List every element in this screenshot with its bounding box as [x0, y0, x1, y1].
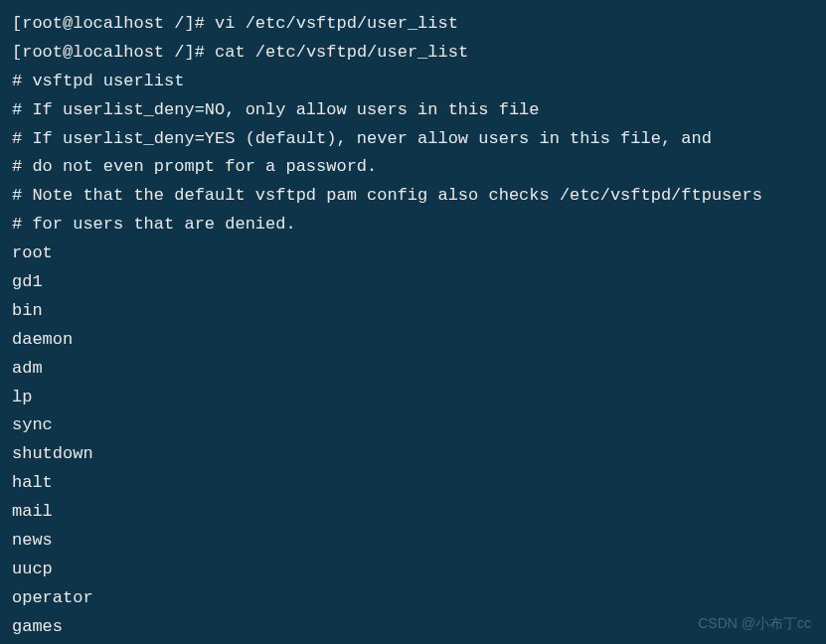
prompt-host: localhost: [73, 43, 164, 62]
prompt-host: localhost: [73, 14, 164, 33]
file-comment: # vsftpd userlist: [12, 68, 814, 96]
command-line-2: [root@localhost /]# cat /etc/vsftpd/user…: [12, 39, 814, 68]
user-entry: uucp: [12, 556, 814, 584]
user-entry: lp: [12, 384, 814, 412]
prompt-close-bracket: ]: [184, 43, 194, 62]
prompt-user: root: [22, 43, 63, 62]
file-comment: # If userlist_deny=YES (default), never …: [12, 125, 814, 154]
command-text: vi /etc/vsftpd/user_list: [215, 14, 458, 33]
watermark-text: CSDN @小布丁cc: [698, 612, 811, 636]
user-entry: operator: [12, 584, 814, 613]
terminal-output: [root@localhost /]# vi /etc/vsftpd/user_…: [12, 10, 814, 644]
file-comment: # for users that are denied.: [12, 211, 814, 240]
prompt-at: @: [63, 14, 73, 33]
user-entry: sync: [12, 411, 814, 440]
prompt-path: /: [174, 14, 184, 33]
file-comment: # do not even prompt for a password.: [12, 153, 814, 182]
user-entry: shutdown: [12, 440, 814, 469]
prompt-at: @: [63, 43, 73, 62]
user-entry: halt: [12, 469, 814, 498]
user-entry: games: [12, 613, 814, 642]
file-comment: # If userlist_deny=NO, only allow users …: [12, 96, 814, 125]
command-line-1: [root@localhost /]# vi /etc/vsftpd/user_…: [12, 10, 814, 39]
user-entry: gd1: [12, 268, 814, 297]
file-comment: # Note that the default vsftpd pam confi…: [12, 182, 814, 211]
prompt-user: root: [22, 14, 63, 33]
user-entry: root: [12, 240, 814, 268]
prompt-close-bracket: ]: [184, 14, 194, 33]
prompt-open-bracket: [: [12, 43, 22, 62]
prompt-symbol: #: [195, 43, 205, 62]
command-text: cat /etc/vsftpd/user_list: [215, 43, 468, 62]
prompt-open-bracket: [: [12, 14, 22, 33]
prompt-symbol: #: [195, 14, 205, 33]
user-entry: adm: [12, 355, 814, 384]
user-entry: mail: [12, 498, 814, 527]
user-entry: daemon: [12, 326, 814, 355]
user-entry: news: [12, 527, 814, 556]
user-entry: bin: [12, 297, 814, 326]
prompt-path: /: [174, 43, 184, 62]
